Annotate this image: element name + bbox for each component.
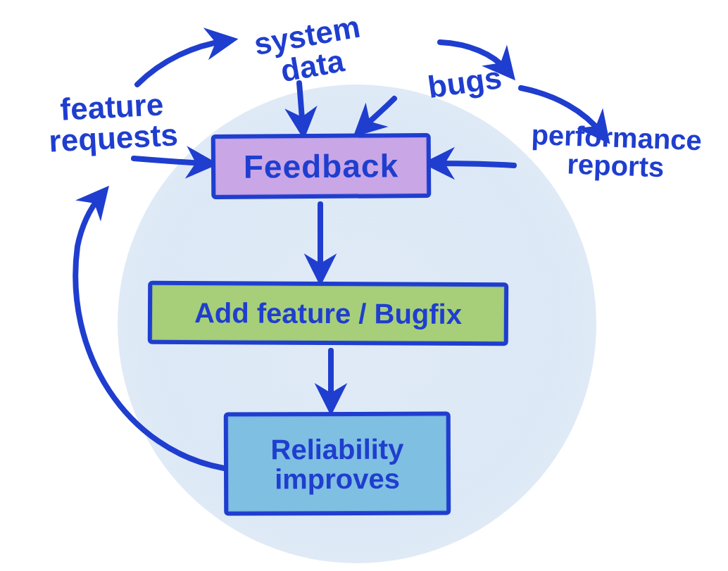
box-feedback-text: Feedback (237, 146, 406, 187)
label-performance-reports: performancereports (517, 120, 716, 183)
label-bugs: bugs (414, 60, 516, 104)
label-feature-requests: featurerequests (27, 87, 199, 158)
label-system-data: systemdata (214, 4, 405, 97)
label-feature-requests-text: featurerequests (48, 87, 179, 158)
label-performance-reports-text: performancereports (531, 119, 703, 183)
arrow-featurerequests-to-systemdata-icon (137, 41, 225, 84)
box-feedback: Feedback (211, 133, 432, 199)
box-reliability-text: Reliabilityimproves (263, 431, 410, 496)
diagram-stage: featurerequests systemdata bugs performa… (0, 0, 728, 571)
label-bugs-text: bugs (425, 60, 503, 104)
box-reliability: Reliabilityimproves (224, 411, 451, 515)
label-system-data-text: systemdata (251, 9, 363, 89)
box-add-feature-text: Add feature / Bugfix (187, 295, 469, 332)
box-add-feature: Add feature / Bugfix (148, 281, 508, 346)
